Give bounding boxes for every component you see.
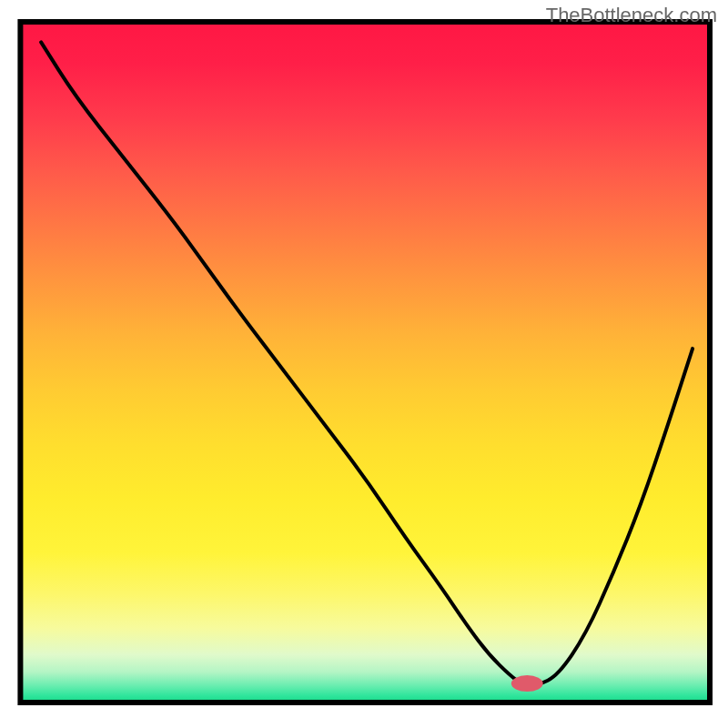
gradient-background [20, 22, 710, 703]
optimal-marker [511, 675, 543, 692]
chart-container: TheBottleneck.com [0, 0, 728, 728]
watermark-text: TheBottleneck.com [546, 4, 717, 27]
bottleneck-chart [0, 0, 728, 728]
